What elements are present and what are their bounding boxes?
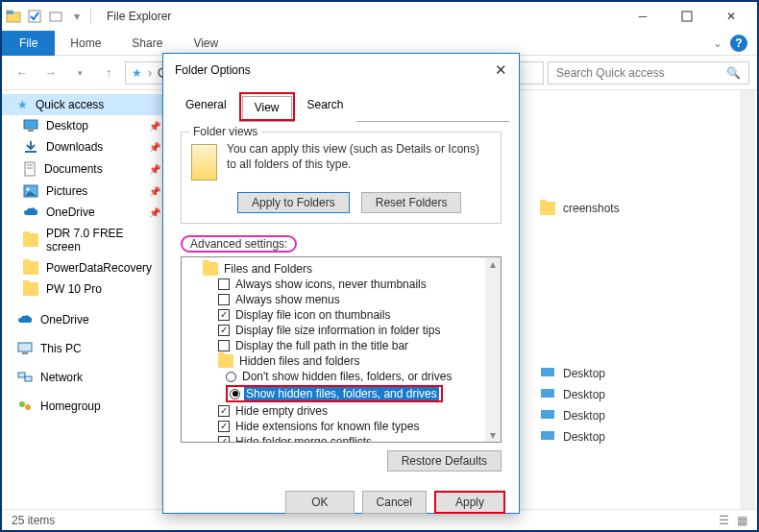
tree-option[interactable]: ✓Hide empty drives — [187, 403, 495, 419]
search-input[interactable]: Search Quick access 🔍 — [548, 61, 749, 85]
pin-icon: 📌 — [149, 207, 160, 218]
desktop-icon — [540, 409, 555, 423]
cancel-button[interactable]: Cancel — [362, 491, 427, 514]
checkbox-icon: ✓ — [218, 405, 230, 417]
ok-button[interactable]: OK — [285, 491, 354, 514]
icons-view-icon[interactable]: ▦ — [737, 514, 747, 527]
checkbox-icon: ✓ — [218, 325, 230, 336]
restore-defaults-button[interactable]: Restore Defaults — [387, 450, 502, 472]
advanced-settings-tree: ▴▾ Files and Folders Always show icons, … — [181, 256, 502, 443]
tab-view[interactable]: View — [242, 96, 292, 119]
close-icon[interactable]: ✕ — [495, 61, 507, 79]
folder-icon — [540, 202, 555, 215]
scrollbar[interactable] — [740, 90, 755, 509]
tree-option[interactable]: Always show icons, never thumbnails — [187, 277, 495, 292]
checkbox-icon — [218, 278, 230, 290]
tree-root[interactable]: Files and Folders — [187, 261, 495, 277]
list-item[interactable]: creenshots — [540, 198, 742, 219]
item-count: 25 items — [12, 514, 55, 527]
sidebar-item-onedrive[interactable]: OneDrive📌 — [2, 202, 168, 223]
sidebar-item-downloads[interactable]: Downloads📌 — [2, 136, 168, 157]
sidebar-item-folder[interactable]: PowerDataRecovery — [2, 257, 168, 278]
svg-rect-5 — [24, 120, 37, 129]
tree-option[interactable]: ✓Display file size information in folder… — [187, 323, 495, 338]
titlebar: ▾ File Explorer ─ ✕ — [2, 2, 757, 31]
svg-rect-15 — [18, 373, 25, 377]
tree-option[interactable]: Always show menus — [187, 292, 495, 307]
pin-icon: 📌 — [149, 121, 160, 132]
sidebar-quick-access[interactable]: ★Quick access — [2, 94, 168, 115]
pin-icon: 📌 — [149, 164, 160, 175]
tree-option[interactable]: Hidden files and folders — [187, 353, 495, 369]
documents-icon — [23, 161, 37, 177]
list-item[interactable]: Desktop — [540, 384, 742, 405]
list-item[interactable]: Desktop — [540, 363, 742, 384]
search-placeholder: Search Quick access — [556, 66, 665, 80]
chevron-down-icon[interactable]: ⌄ — [713, 36, 722, 50]
nav-forward-button[interactable]: → — [38, 60, 63, 85]
pin-icon: 📌 — [149, 142, 160, 153]
apply-to-folders-button[interactable]: Apply to Folders — [237, 192, 350, 213]
tree-option[interactable]: ✓Hide folder merge conflicts — [187, 434, 495, 443]
breadcrumb-chevron-icon[interactable]: › — [148, 66, 152, 80]
nav-back-button[interactable]: ← — [10, 60, 35, 85]
sidebar-item-documents[interactable]: Documents📌 — [2, 157, 168, 181]
reset-folders-button[interactable]: Reset Folders — [361, 192, 462, 213]
qat-newfolder-icon[interactable] — [48, 9, 63, 24]
sidebar-item-folder[interactable]: PDR 7.0 FREE screen — [2, 223, 168, 257]
sidebar-homegroup[interactable]: Homegroup — [2, 396, 168, 417]
list-item[interactable]: Desktop — [540, 426, 742, 447]
checkbox-icon: ✓ — [218, 309, 230, 321]
svg-rect-13 — [18, 343, 32, 351]
sidebar-item-pictures[interactable]: Pictures📌 — [2, 181, 168, 202]
tree-option[interactable]: Display the full path in the title bar — [187, 338, 495, 353]
tree-option[interactable]: Show hidden files, folders, and drives — [187, 384, 495, 403]
checkbox-icon — [218, 294, 230, 305]
tab-search[interactable]: Search — [295, 93, 356, 122]
ribbon-tab-view[interactable]: View — [178, 32, 233, 55]
downloads-icon — [23, 140, 38, 154]
scrollbar[interactable]: ▴▾ — [485, 257, 501, 442]
desktop-icon — [540, 367, 555, 380]
ribbon-tab-home[interactable]: Home — [55, 32, 116, 55]
svg-point-17 — [19, 401, 25, 407]
svg-rect-6 — [28, 130, 34, 132]
tree-option[interactable]: Don't show hidden files, folders, or dri… — [187, 369, 495, 384]
maximize-button[interactable] — [665, 2, 709, 31]
file-tab[interactable]: File — [2, 31, 55, 56]
sidebar-item-desktop[interactable]: Desktop📌 — [2, 115, 168, 136]
desktop-icon — [540, 388, 555, 401]
details-view-icon[interactable]: ☰ — [719, 514, 729, 527]
folder-icon — [218, 354, 233, 368]
help-icon[interactable]: ? — [730, 35, 747, 52]
sidebar-onedrive-root[interactable]: OneDrive — [2, 309, 168, 330]
folder-icon — [23, 282, 38, 296]
folder-views-icon — [191, 144, 217, 181]
sidebar-thispc[interactable]: This PC — [2, 338, 168, 359]
minimize-button[interactable]: ─ — [621, 2, 665, 31]
nav-up-button[interactable]: ↑ — [96, 60, 121, 85]
qat-dropdown-icon[interactable]: ▾ — [69, 9, 85, 24]
close-button[interactable]: ✕ — [709, 2, 753, 31]
svg-point-18 — [25, 404, 31, 410]
tab-general[interactable]: General — [173, 93, 239, 122]
svg-rect-21 — [541, 410, 554, 419]
sidebar-network[interactable]: Network — [2, 367, 168, 388]
folder-icon — [203, 262, 218, 276]
network-icon — [17, 371, 33, 384]
advanced-settings-label: Advanced settings: — [181, 235, 297, 253]
explorer-icon — [6, 9, 21, 24]
apply-button[interactable]: Apply — [434, 491, 505, 514]
svg-rect-20 — [541, 389, 554, 398]
folder-views-group: Folder views You can apply this view (su… — [181, 132, 502, 224]
tree-option[interactable]: ✓Display file icon on thumbnails — [187, 307, 495, 323]
ribbon-tab-share[interactable]: Share — [116, 32, 178, 55]
qat-properties-icon[interactable] — [27, 9, 42, 24]
desktop-icon — [540, 430, 555, 444]
tree-option[interactable]: ✓Hide extensions for known file types — [187, 419, 495, 434]
svg-rect-22 — [541, 431, 554, 440]
nav-recent-button[interactable]: ▾ — [67, 60, 92, 85]
sidebar-item-folder[interactable]: PW 10 Pro — [2, 278, 168, 300]
svg-rect-3 — [50, 12, 61, 21]
list-item[interactable]: Desktop — [540, 405, 742, 426]
